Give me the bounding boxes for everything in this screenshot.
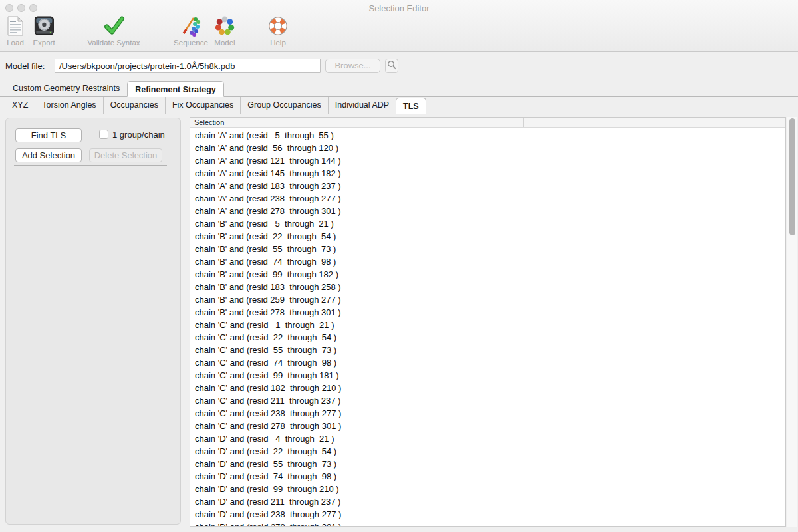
checkmark-icon: [87, 14, 140, 38]
selection-rows: chain 'A' and (resid 5 through 55 ) chai…: [190, 128, 785, 527]
tab-fix-occupancies[interactable]: Fix Occupancies: [165, 97, 240, 114]
toolbar-sequence-label: Sequence: [174, 39, 208, 47]
tab-occupancies[interactable]: Occupancies: [103, 97, 165, 114]
list-item[interactable]: chain 'D' and (resid 55 through 73 ): [190, 458, 785, 470]
list-item[interactable]: chain 'B' and (resid 183 through 258 ): [190, 281, 785, 293]
secondary-tab-bar: XYZ Torsion Angles Occupancies Fix Occup…: [0, 98, 798, 114]
tab-custom-geometry-restraints[interactable]: Custom Geometry Restraints: [5, 80, 127, 96]
toolbar-model-label: Model: [214, 39, 235, 47]
list-item[interactable]: chain 'C' and (resid 1 through 21 ): [190, 319, 785, 331]
model-file-label: Model file:: [5, 61, 45, 71]
list-item[interactable]: chain 'A' and (resid 5 through 55 ): [190, 129, 785, 142]
tab-refinement-strategy[interactable]: Refinement Strategy: [127, 81, 224, 97]
tab-tls[interactable]: TLS: [396, 98, 426, 114]
list-item[interactable]: chain 'A' and (resid 121 through 144 ): [190, 154, 785, 167]
selection-editor-window: Selection Editor Load: [0, 0, 798, 532]
list-item[interactable]: chain 'D' and (resid 238 through 277 ): [190, 508, 785, 521]
list-item[interactable]: chain 'C' and (resid 99 through 181 ): [190, 369, 785, 382]
model-file-input[interactable]: [55, 59, 321, 73]
toolbar-export-button[interactable]: Export: [33, 14, 55, 47]
window-header: Selection Editor Load: [0, 0, 798, 52]
harddrive-icon: [33, 14, 55, 38]
find-tls-button[interactable]: Find TLS: [15, 128, 82, 142]
tls-controls-panel: Find TLS 1 group/chain Add Selection Del…: [5, 118, 181, 525]
tab-xyz[interactable]: XYZ: [5, 97, 35, 114]
list-item[interactable]: chain 'C' and (resid 278 through 301 ): [190, 420, 785, 432]
list-item[interactable]: chain 'A' and (resid 56 through 120 ): [190, 142, 785, 154]
tab-torsion-angles[interactable]: Torsion Angles: [35, 97, 102, 114]
model-icon: [214, 14, 235, 38]
toolbar-sequence-button[interactable]: Sequence: [174, 14, 208, 47]
selection-column-header-label: Selection: [194, 118, 224, 126]
column-divider[interactable]: [523, 118, 524, 127]
list-item[interactable]: chain 'D' and (resid 74 through 98 ): [190, 470, 785, 483]
add-selection-button[interactable]: Add Selection: [15, 148, 82, 162]
group-per-chain-label: 1 group/chain: [112, 130, 165, 140]
toolbar-help-button[interactable]: Help: [267, 14, 289, 47]
list-item[interactable]: chain 'D' and (resid 22 through 54 ): [190, 445, 785, 458]
search-button[interactable]: [385, 59, 398, 73]
list-item[interactable]: chain 'B' and (resid 74 through 98 ): [190, 255, 785, 268]
list-item[interactable]: chain 'B' and (resid 259 through 277 ): [190, 293, 785, 306]
list-item[interactable]: chain 'A' and (resid 183 through 237 ): [190, 180, 785, 192]
list-item[interactable]: chain 'C' and (resid 238 through 277 ): [190, 407, 785, 420]
list-item[interactable]: chain 'D' and (resid 211 through 237 ): [190, 495, 785, 508]
toolbar-model-button[interactable]: Model: [214, 14, 235, 47]
list-item[interactable]: chain 'A' and (resid 145 through 182 ): [190, 167, 785, 180]
list-item[interactable]: chain 'C' and (resid 182 through 210 ): [190, 382, 785, 394]
list-item[interactable]: chain 'C' and (resid 74 through 98 ): [190, 356, 785, 369]
tab-individual-adp[interactable]: Individual ADP: [328, 97, 396, 114]
selection-column-header[interactable]: Selection: [190, 118, 785, 128]
document-icon: [5, 14, 25, 38]
primary-tab-bar: Custom Geometry Restraints Refinement St…: [0, 81, 798, 97]
list-item[interactable]: chain 'C' and (resid 55 through 73 ): [190, 344, 785, 356]
toolbar-export-label: Export: [33, 39, 55, 47]
toolbar-load-button[interactable]: Load: [5, 14, 25, 47]
list-item[interactable]: chain 'C' and (resid 22 through 54 ): [190, 331, 785, 344]
group-per-chain-checkbox[interactable]: [99, 130, 108, 139]
toolbar-help-label: Help: [267, 39, 289, 47]
list-item[interactable]: chain 'D' and (resid 4 through 21 ): [190, 432, 785, 445]
list-item[interactable]: chain 'A' and (resid 278 through 301 ): [190, 205, 785, 217]
selection-list: Selection chain 'A' and (resid 5 through…: [190, 117, 786, 527]
list-item[interactable]: chain 'A' and (resid 238 through 277 ): [190, 192, 785, 205]
list-item[interactable]: chain 'B' and (resid 99 through 182 ): [190, 268, 785, 281]
window-title: Selection Editor: [0, 3, 798, 13]
list-item[interactable]: chain 'B' and (resid 278 through 301 ): [190, 306, 785, 319]
lifering-icon: [267, 14, 289, 38]
list-item[interactable]: chain 'B' and (resid 55 through 73 ): [190, 243, 785, 255]
toolbar-load-label: Load: [5, 39, 25, 47]
list-item[interactable]: chain 'B' and (resid 5 through 21 ): [190, 217, 785, 230]
list-item[interactable]: chain 'C' and (resid 211 through 237 ): [190, 394, 785, 407]
panel-divider: [14, 165, 167, 166]
delete-selection-button[interactable]: Delete Selection: [89, 148, 162, 162]
list-scrollbar-track[interactable]: [787, 117, 797, 527]
list-item[interactable]: chain 'D' and (resid 99 through 210 ): [190, 483, 785, 495]
magnifier-icon: [387, 60, 396, 72]
list-item[interactable]: chain 'D' and (resid 278 through 301 ): [190, 521, 785, 527]
sequence-icon: [174, 14, 208, 38]
toolbar-validate-syntax-label: Validate Syntax: [87, 39, 140, 47]
list-item[interactable]: chain 'B' and (resid 22 through 54 ): [190, 230, 785, 243]
list-scrollbar-thumb[interactable]: [789, 118, 795, 235]
toolbar-validate-syntax-button[interactable]: Validate Syntax: [87, 14, 140, 47]
browse-button[interactable]: Browse...: [325, 59, 380, 73]
tab-group-occupancies[interactable]: Group Occupancies: [240, 97, 327, 114]
